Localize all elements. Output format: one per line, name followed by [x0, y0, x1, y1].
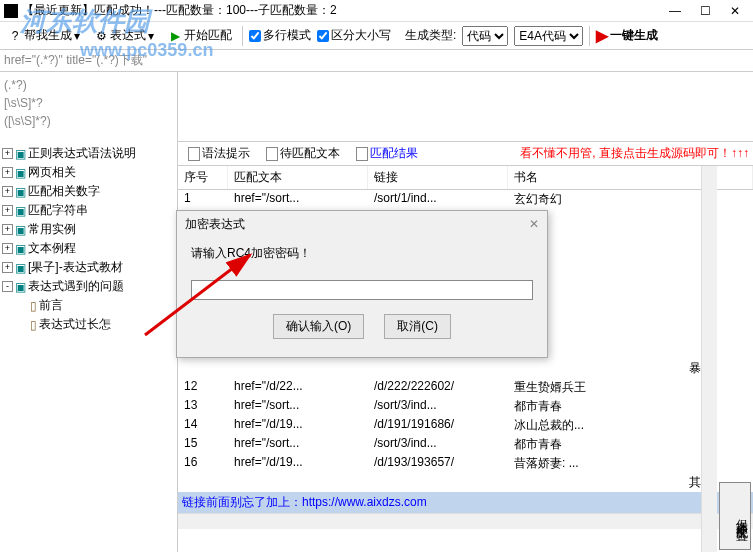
vertical-scrollbar[interactable]: [701, 166, 717, 552]
tab-result[interactable]: 匹配结果: [350, 143, 424, 164]
close-button[interactable]: ✕: [721, 2, 749, 20]
left-panel: (.*?) [\s\S]*? ([\s\S]*?) +▣正则表达式语法说明+▣网…: [0, 72, 178, 552]
folder-icon: ▣: [15, 223, 26, 237]
footer-note: 链接前面别忘了加上：https://www.aixdzs.com: [178, 492, 753, 513]
case-checkbox[interactable]: 区分大小写: [317, 27, 391, 44]
table-row[interactable]: 16href="/d/19.../d/193/193657/昔落娇妻: ...: [178, 454, 753, 473]
folder-icon: ▣: [15, 280, 26, 294]
tabs: 语法提示 待匹配文本 匹配结果 看不懂不用管, 直接点击生成源码即可！↑↑↑: [178, 142, 753, 166]
expr-icon: ⚙: [94, 29, 108, 43]
table-row[interactable]: 其他: [178, 473, 753, 492]
folder-icon: ▣: [15, 166, 26, 180]
encrypt-dialog: 加密表达式 ✕ 请输入RC4加密密码！ 确认输入(O) 取消(C): [176, 210, 548, 358]
table-row[interactable]: 1href="/sort.../sort/1/ind...玄幻奇幻: [178, 190, 753, 209]
minimize-button[interactable]: —: [661, 2, 689, 20]
password-input[interactable]: [191, 280, 533, 300]
app-icon: [4, 4, 18, 18]
expression-button[interactable]: ⚙表达式▾: [90, 25, 158, 46]
expand-icon[interactable]: +: [2, 224, 13, 235]
table-row[interactable]: 13href="/sort.../sort/3/ind...都市青春: [178, 397, 753, 416]
folder-icon: ▣: [15, 185, 26, 199]
tree-item[interactable]: +▣网页相关: [2, 163, 175, 182]
save-config-button[interactable]: 保存本次配置: [719, 482, 751, 550]
tree-item[interactable]: -▣表达式遇到的问题: [2, 277, 175, 296]
expand-icon[interactable]: +: [2, 186, 13, 197]
separator: [589, 26, 590, 46]
file-icon: [356, 147, 368, 161]
pattern-item[interactable]: ([\s\S]*?): [4, 112, 173, 130]
help-generate-button[interactable]: ?帮我生成▾: [4, 25, 84, 46]
expression-bar: href="(.*?)" title="(.*?)下载": [0, 50, 753, 72]
table-row[interactable]: 暴君: [178, 359, 753, 378]
onekey-generate-button[interactable]: ▶一键生成: [596, 26, 658, 45]
toolbar: ?帮我生成▾ ⚙表达式▾ ▶开始匹配 多行模式 区分大小写 生成类型: 代码 E…: [0, 22, 753, 50]
play-red-icon: ▶: [596, 26, 608, 45]
file-icon: ▯: [30, 318, 37, 332]
file-icon: [188, 147, 200, 161]
pattern-item[interactable]: (.*?): [4, 76, 173, 94]
play-icon: ▶: [168, 29, 182, 43]
ok-button[interactable]: 确认输入(O): [273, 314, 364, 339]
table-row[interactable]: 15href="/sort.../sort/3/ind...都市青春: [178, 435, 753, 454]
tree-item[interactable]: +▣匹配字符串: [2, 201, 175, 220]
expand-icon[interactable]: +: [2, 243, 13, 254]
multiline-checkbox[interactable]: 多行模式: [249, 27, 311, 44]
horizontal-scrollbar[interactable]: [178, 513, 753, 529]
tree-child[interactable]: ▯前言: [30, 296, 175, 315]
expand-icon[interactable]: +: [2, 205, 13, 216]
header-link[interactable]: 链接: [368, 166, 508, 189]
tab-source[interactable]: 待匹配文本: [260, 143, 346, 164]
pattern-shortcuts: (.*?) [\s\S]*? ([\s\S]*?): [0, 72, 177, 142]
gentype-select[interactable]: 代码: [462, 26, 508, 46]
expand-icon[interactable]: -: [2, 281, 13, 292]
tree-item[interactable]: +▣[果子]-表达式教材: [2, 258, 175, 277]
folder-icon: ▣: [15, 147, 26, 161]
hint-text: 看不懂不用管, 直接点击生成源码即可！↑↑↑: [520, 145, 749, 162]
header-seq[interactable]: 序号: [178, 166, 228, 189]
file-icon: [266, 147, 278, 161]
e4a-select[interactable]: E4A代码: [514, 26, 583, 46]
header-text[interactable]: 匹配文本: [228, 166, 368, 189]
table-row[interactable]: 14href="/d/19.../d/191/191686/冰山总裁的...: [178, 416, 753, 435]
gentype-label: 生成类型:: [405, 27, 456, 44]
tree-child[interactable]: ▯表达式过长怎: [30, 315, 175, 334]
expand-icon[interactable]: +: [2, 167, 13, 178]
pattern-item[interactable]: [\s\S]*?: [4, 94, 173, 112]
separator: [242, 26, 243, 46]
expression-text: href="(.*?)" title="(.*?)下载": [4, 52, 147, 69]
folder-icon: ▣: [15, 261, 26, 275]
expression-area[interactable]: [178, 72, 753, 142]
tab-syntax[interactable]: 语法提示: [182, 143, 256, 164]
table-row[interactable]: 12href="/d/22.../d/222/222602/重生贽婿兵王: [178, 378, 753, 397]
tree-view: +▣正则表达式语法说明+▣网页相关+▣匹配相关数字+▣匹配字符串+▣常用实例+▣…: [0, 142, 177, 336]
dialog-title: 加密表达式: [185, 216, 245, 233]
expand-icon[interactable]: +: [2, 262, 13, 273]
tree-item[interactable]: +▣匹配相关数字: [2, 182, 175, 201]
start-match-button[interactable]: ▶开始匹配: [164, 25, 236, 46]
tree-item[interactable]: +▣正则表达式语法说明: [2, 144, 175, 163]
tree-item[interactable]: +▣常用实例: [2, 220, 175, 239]
folder-icon: ▣: [15, 242, 26, 256]
file-icon: ▯: [30, 299, 37, 313]
expand-icon[interactable]: +: [2, 148, 13, 159]
window-title: 【最近更新】匹配成功！---匹配数量：100---子匹配数量：2: [22, 2, 337, 19]
titlebar: 【最近更新】匹配成功！---匹配数量：100---子匹配数量：2 — ☐ ✕: [0, 0, 753, 22]
maximize-button[interactable]: ☐: [691, 2, 719, 20]
table-header: 序号 匹配文本 链接 书名: [178, 166, 753, 190]
tree-item[interactable]: +▣文本例程: [2, 239, 175, 258]
cancel-button[interactable]: 取消(C): [384, 314, 451, 339]
dialog-prompt: 请输入RC4加密密码！: [191, 245, 533, 262]
folder-icon: ▣: [15, 204, 26, 218]
help-icon: ?: [8, 29, 22, 43]
dialog-close-button[interactable]: ✕: [529, 217, 539, 231]
